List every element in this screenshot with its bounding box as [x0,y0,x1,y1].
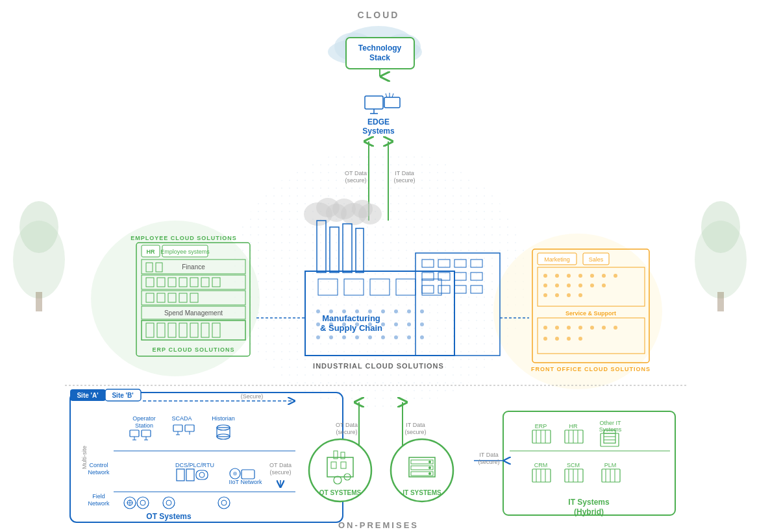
ot-data-secure-center: OT Data [336,422,358,428]
svg-point-123 [567,274,571,278]
svg-point-121 [543,274,547,278]
finance-label: Finance [182,263,205,271]
svg-rect-162 [173,425,182,431]
svg-point-136 [567,293,571,297]
svg-text:(secure): (secure) [478,459,499,465]
svg-point-210 [428,466,431,469]
tech-stack-label: Technology [358,43,402,53]
marketing-label: Marketing [544,256,570,263]
svg-point-141 [567,326,571,330]
secure-label: (Secure) [241,393,264,400]
edge-systems-icon [365,93,400,114]
svg-text:(Hybrid): (Hybrid) [574,507,604,516]
svg-point-131 [578,284,582,287]
hr-hybrid-label: HR [569,423,578,429]
it-data-secure-right: IT Data [479,452,498,458]
svg-point-2 [91,221,260,376]
svg-rect-217 [532,430,551,443]
svg-point-149 [578,337,582,341]
svg-text:& Supply Chain: & Supply Chain [320,323,382,333]
svg-rect-232 [532,469,551,482]
svg-point-63 [316,335,320,339]
svg-point-52 [407,309,411,313]
svg-point-146 [543,337,547,341]
erp-cloud-label: ERP CLOUD SOLUTIONS [153,346,235,353]
svg-point-189 [166,500,171,505]
svg-text:(secure): (secure) [269,469,291,476]
svg-rect-240 [602,469,620,482]
it-data-secure-center: IT Data [406,422,425,428]
svg-point-70 [407,335,411,339]
employee-cloud-label: EMPLOYEE CLOUD SOLUTIONS [130,235,237,241]
site-a-label: Site 'A' [77,392,98,399]
svg-point-130 [567,284,571,287]
svg-line-20 [386,93,387,97]
svg-point-248 [19,201,58,253]
svg-text:Station: Station [135,422,153,429]
svg-point-209 [428,461,431,463]
svg-rect-171 [177,469,184,481]
ot-data-label-top: OT Data [345,170,367,176]
svg-rect-172 [186,469,194,481]
site-b-label: Site 'B' [112,392,133,399]
svg-text:Network: Network [88,469,110,476]
svg-point-64 [329,335,333,339]
svg-rect-252 [717,292,724,311]
svg-point-50 [381,309,385,313]
on-premises-label: ON-PREMISES [338,520,419,530]
service-support-label: Service & Support [565,310,616,317]
svg-point-66 [355,335,359,339]
ot-systems-circle-label: OT SYSTEMS [319,489,362,496]
manufacturing-label: Manufacturing [322,313,380,323]
svg-text:(secure): (secure) [404,429,426,435]
svg-text:(secure): (secure) [393,177,415,184]
svg-point-137 [578,293,582,297]
svg-text:Systems: Systems [362,127,395,136]
svg-point-191 [221,500,227,505]
cloud-label: CLOUD [358,10,400,20]
operator-station-label: Operator [132,415,156,422]
svg-point-60 [394,322,398,326]
svg-point-51 [394,309,398,313]
svg-rect-159 [142,430,151,437]
svg-point-68 [381,335,385,339]
svg-point-135 [555,293,559,297]
svg-point-186 [137,497,149,509]
svg-point-128 [543,284,547,287]
historian-label: Historian [212,415,235,422]
svg-point-190 [218,497,230,509]
svg-point-129 [555,284,559,287]
svg-point-174 [199,472,205,478]
svg-point-53 [420,309,424,313]
svg-rect-249 [36,292,42,311]
svg-rect-236 [565,469,583,482]
it-systems-hybrid-label: IT Systems [568,498,610,507]
hr-label: HR [147,248,155,255]
control-network-label: Control [89,462,108,468]
plm-label: PLM [604,462,617,468]
svg-rect-168 [217,428,230,437]
dcs-plc-rtu-label: DCS/PLC/RTU [175,462,214,468]
ot-systems-bottom-label: OT Systems [146,512,192,521]
iiot-network-label: IIoT Network [229,479,262,485]
sales-label: Sales [589,256,604,263]
it-data-label-top: IT Data [395,170,414,176]
svg-point-126 [602,274,606,278]
svg-line-22 [392,93,393,97]
svg-rect-13 [365,96,383,109]
it-systems-circle-label: IT SYSTEMS [403,489,441,496]
svg-text:(secure): (secure) [345,177,366,184]
ot-data-secure-bottom: OT Data [269,462,292,468]
svg-rect-16 [384,97,400,108]
crm-label: CRM [534,462,548,468]
architecture-diagram: CLOUD Technology Stack EDGE Systems [0,0,757,532]
svg-text:Network: Network [88,500,110,507]
svg-point-147 [555,337,559,341]
scm-label: SCM [567,462,580,468]
svg-point-132 [590,284,594,287]
employee-systems-label: Employee systems [160,248,210,255]
svg-text:Stack: Stack [369,53,390,62]
svg-rect-151 [70,393,343,522]
svg-point-134 [543,293,547,297]
svg-point-67 [368,335,372,339]
